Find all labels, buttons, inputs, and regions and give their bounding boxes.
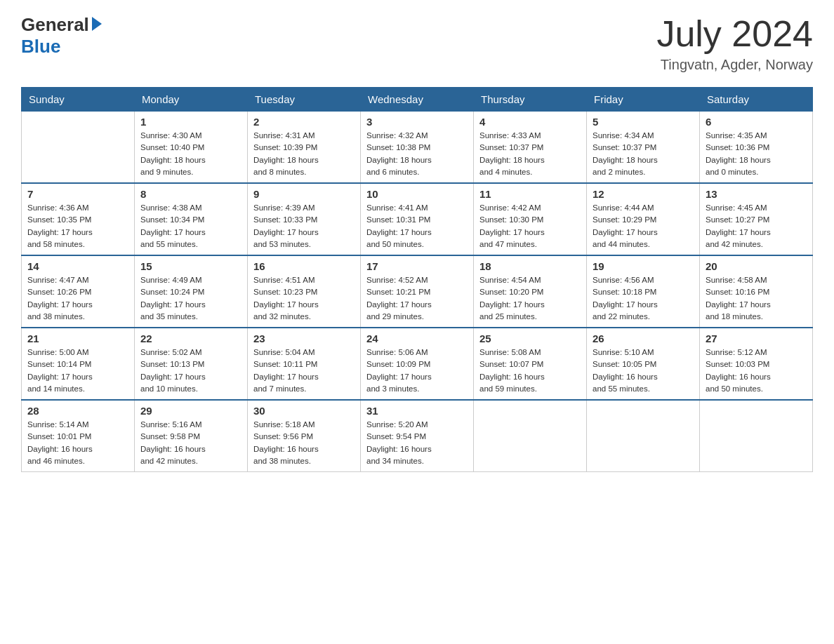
- day-info: Sunrise: 5:08 AMSunset: 10:07 PMDaylight…: [479, 347, 581, 395]
- day-info: Sunrise: 5:02 AMSunset: 10:13 PMDaylight…: [140, 347, 241, 395]
- day-number: 1: [140, 116, 241, 128]
- calendar-cell: 16Sunrise: 4:51 AMSunset: 10:23 PMDaylig…: [248, 255, 361, 328]
- day-info: Sunrise: 5:10 AMSunset: 10:05 PMDaylight…: [593, 347, 694, 395]
- calendar-cell: 19Sunrise: 4:56 AMSunset: 10:18 PMDaylig…: [587, 255, 700, 328]
- calendar-cell: 23Sunrise: 5:04 AMSunset: 10:11 PMDaylig…: [248, 328, 361, 400]
- calendar-cell: 15Sunrise: 4:49 AMSunset: 10:24 PMDaylig…: [135, 255, 248, 328]
- calendar-cell: 29Sunrise: 5:16 AMSunset: 9:58 PMDayligh…: [135, 400, 248, 472]
- day-number: 25: [479, 333, 581, 344]
- day-info: Sunrise: 5:06 AMSunset: 10:09 PMDaylight…: [366, 347, 468, 395]
- calendar-cell: 11Sunrise: 4:42 AMSunset: 10:30 PMDaylig…: [474, 183, 587, 255]
- day-info: Sunrise: 4:51 AMSunset: 10:23 PMDaylight…: [253, 274, 355, 323]
- day-info: Sunrise: 4:58 AMSunset: 10:16 PMDaylight…: [706, 274, 807, 323]
- logo: General Blue: [21, 14, 102, 58]
- day-info: Sunrise: 4:42 AMSunset: 10:30 PMDaylight…: [479, 202, 581, 250]
- calendar-week-row: 14Sunrise: 4:47 AMSunset: 10:26 PMDaylig…: [22, 255, 813, 328]
- day-info: Sunrise: 4:52 AMSunset: 10:21 PMDaylight…: [366, 274, 468, 323]
- calendar-table: SundayMondayTuesdayWednesdayThursdayFrid…: [21, 87, 813, 472]
- day-number: 29: [140, 405, 241, 417]
- day-number: 20: [706, 260, 807, 272]
- day-info: Sunrise: 4:38 AMSunset: 10:34 PMDaylight…: [140, 202, 241, 250]
- day-number: 12: [593, 188, 694, 200]
- calendar-cell: 12Sunrise: 4:44 AMSunset: 10:29 PMDaylig…: [587, 183, 700, 255]
- weekday-header-tuesday: Tuesday: [248, 88, 361, 112]
- calendar-cell: 8Sunrise: 4:38 AMSunset: 10:34 PMDayligh…: [135, 183, 248, 255]
- day-number: 14: [27, 260, 128, 272]
- day-number: 30: [253, 405, 355, 417]
- day-info: Sunrise: 4:49 AMSunset: 10:24 PMDaylight…: [140, 274, 241, 323]
- day-info: Sunrise: 4:56 AMSunset: 10:18 PMDaylight…: [593, 274, 694, 323]
- day-number: 5: [593, 116, 694, 128]
- day-info: Sunrise: 5:12 AMSunset: 10:03 PMDaylight…: [706, 347, 807, 395]
- day-info: Sunrise: 4:54 AMSunset: 10:20 PMDaylight…: [479, 274, 581, 323]
- day-info: Sunrise: 4:35 AMSunset: 10:36 PMDaylight…: [706, 130, 807, 178]
- day-number: 3: [366, 116, 468, 128]
- month-title: July 2024: [656, 14, 813, 54]
- day-number: 24: [366, 333, 468, 344]
- calendar-cell: 5Sunrise: 4:34 AMSunset: 10:37 PMDayligh…: [587, 112, 700, 184]
- title-block: July 2024 Tingvatn, Agder, Norway: [656, 14, 813, 73]
- day-number: 21: [27, 333, 128, 344]
- day-info: Sunrise: 5:14 AMSunset: 10:01 PMDaylight…: [27, 419, 128, 467]
- weekday-header-friday: Friday: [587, 88, 700, 112]
- day-number: 8: [140, 188, 241, 200]
- calendar-cell: 30Sunrise: 5:18 AMSunset: 9:56 PMDayligh…: [248, 400, 361, 472]
- day-number: 6: [706, 116, 807, 128]
- weekday-header-wednesday: Wednesday: [361, 88, 474, 112]
- calendar-cell: [22, 112, 135, 184]
- calendar-week-row: 1Sunrise: 4:30 AMSunset: 10:40 PMDayligh…: [22, 112, 813, 184]
- calendar-cell: 31Sunrise: 5:20 AMSunset: 9:54 PMDayligh…: [361, 400, 474, 472]
- calendar-cell: [700, 400, 813, 472]
- calendar-cell: 10Sunrise: 4:41 AMSunset: 10:31 PMDaylig…: [361, 183, 474, 255]
- calendar-cell: [474, 400, 587, 472]
- calendar-cell: 7Sunrise: 4:36 AMSunset: 10:35 PMDayligh…: [22, 183, 135, 255]
- day-info: Sunrise: 5:16 AMSunset: 9:58 PMDaylight:…: [140, 419, 241, 467]
- day-number: 18: [479, 260, 581, 272]
- calendar-cell: 6Sunrise: 4:35 AMSunset: 10:36 PMDayligh…: [700, 112, 813, 184]
- day-number: 28: [27, 405, 128, 417]
- calendar-cell: 9Sunrise: 4:39 AMSunset: 10:33 PMDayligh…: [248, 183, 361, 255]
- day-info: Sunrise: 5:00 AMSunset: 10:14 PMDaylight…: [27, 347, 128, 395]
- day-info: Sunrise: 4:45 AMSunset: 10:27 PMDaylight…: [706, 202, 807, 250]
- day-info: Sunrise: 4:32 AMSunset: 10:38 PMDaylight…: [366, 130, 468, 178]
- calendar-cell: 22Sunrise: 5:02 AMSunset: 10:13 PMDaylig…: [135, 328, 248, 400]
- day-info: Sunrise: 5:04 AMSunset: 10:11 PMDaylight…: [253, 347, 355, 395]
- calendar-cell: 4Sunrise: 4:33 AMSunset: 10:37 PMDayligh…: [474, 112, 587, 184]
- day-number: 7: [27, 188, 128, 200]
- day-number: 2: [253, 116, 355, 128]
- page-header: General Blue July 2024 Tingvatn, Agder, …: [21, 14, 813, 73]
- calendar-cell: 25Sunrise: 5:08 AMSunset: 10:07 PMDaylig…: [474, 328, 587, 400]
- calendar-cell: 14Sunrise: 4:47 AMSunset: 10:26 PMDaylig…: [22, 255, 135, 328]
- calendar-cell: [587, 400, 700, 472]
- calendar-cell: 13Sunrise: 4:45 AMSunset: 10:27 PMDaylig…: [700, 183, 813, 255]
- weekday-header-monday: Monday: [135, 88, 248, 112]
- logo-blue-text: Blue: [21, 36, 60, 58]
- day-number: 9: [253, 188, 355, 200]
- location: Tingvatn, Agder, Norway: [656, 57, 813, 73]
- logo-general-text: General: [21, 14, 89, 36]
- day-info: Sunrise: 4:41 AMSunset: 10:31 PMDaylight…: [366, 202, 468, 250]
- day-info: Sunrise: 5:18 AMSunset: 9:56 PMDaylight:…: [253, 419, 355, 467]
- calendar-cell: 26Sunrise: 5:10 AMSunset: 10:05 PMDaylig…: [587, 328, 700, 400]
- day-info: Sunrise: 4:33 AMSunset: 10:37 PMDaylight…: [479, 130, 581, 178]
- calendar-cell: 20Sunrise: 4:58 AMSunset: 10:16 PMDaylig…: [700, 255, 813, 328]
- day-info: Sunrise: 4:47 AMSunset: 10:26 PMDaylight…: [27, 274, 128, 323]
- day-number: 15: [140, 260, 241, 272]
- weekday-header-thursday: Thursday: [474, 88, 587, 112]
- day-info: Sunrise: 4:36 AMSunset: 10:35 PMDaylight…: [27, 202, 128, 250]
- calendar-cell: 27Sunrise: 5:12 AMSunset: 10:03 PMDaylig…: [700, 328, 813, 400]
- calendar-week-row: 21Sunrise: 5:00 AMSunset: 10:14 PMDaylig…: [22, 328, 813, 400]
- day-info: Sunrise: 4:44 AMSunset: 10:29 PMDaylight…: [593, 202, 694, 250]
- day-number: 11: [479, 188, 581, 200]
- day-number: 22: [140, 333, 241, 344]
- day-number: 26: [593, 333, 694, 344]
- day-number: 10: [366, 188, 468, 200]
- logo-arrow-icon: [92, 17, 102, 31]
- day-number: 16: [253, 260, 355, 272]
- weekday-header-sunday: Sunday: [22, 88, 135, 112]
- day-number: 31: [366, 405, 468, 417]
- calendar-week-row: 28Sunrise: 5:14 AMSunset: 10:01 PMDaylig…: [22, 400, 813, 472]
- weekday-header-saturday: Saturday: [700, 88, 813, 112]
- day-info: Sunrise: 4:30 AMSunset: 10:40 PMDaylight…: [140, 130, 241, 178]
- day-number: 27: [706, 333, 807, 344]
